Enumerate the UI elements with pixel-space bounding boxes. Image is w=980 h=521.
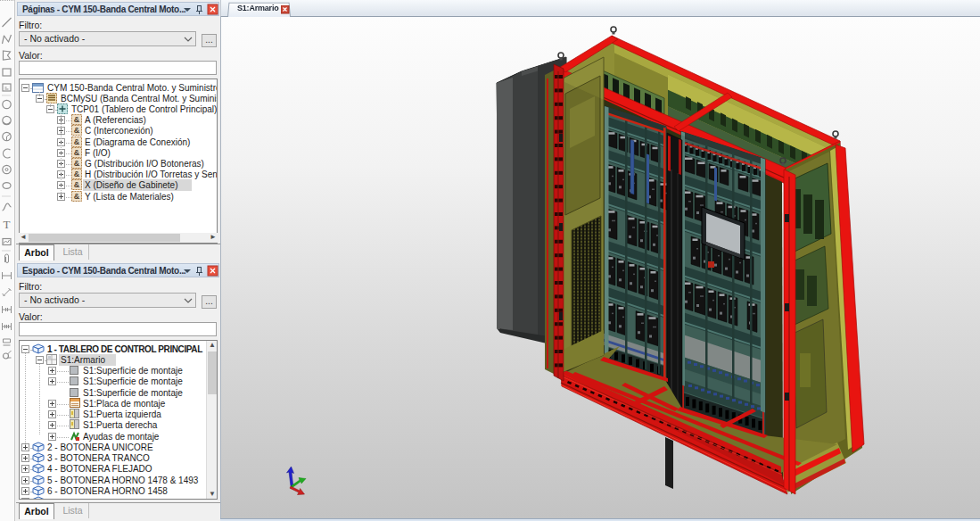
- svg-text:T: T: [4, 218, 11, 231]
